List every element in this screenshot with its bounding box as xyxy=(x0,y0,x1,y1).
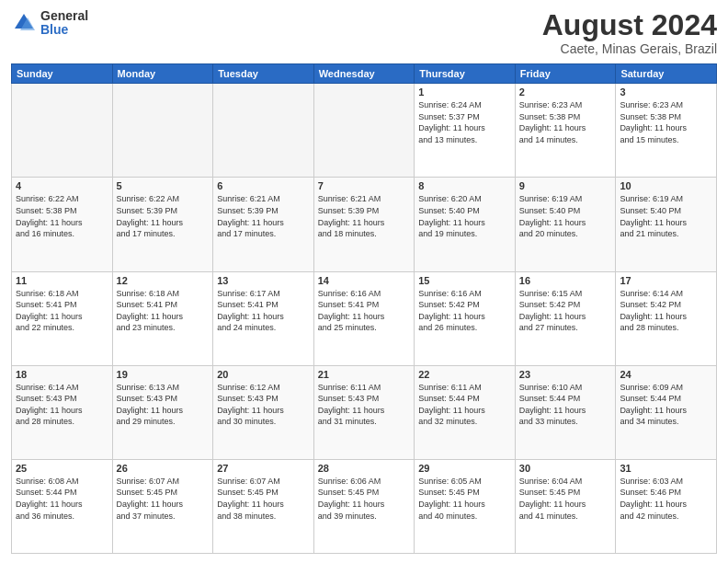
day-info: Sunrise: 6:21 AMSunset: 5:39 PMDaylight:… xyxy=(217,193,310,239)
header: General Blue August 2024 Caete, Minas Ge… xyxy=(11,9,717,56)
day-number: 11 xyxy=(16,275,108,286)
header-row: SundayMondayTuesdayWednesdayThursdayFrid… xyxy=(12,64,717,84)
calendar-cell: 30Sunrise: 6:04 AMSunset: 5:45 PMDayligh… xyxy=(515,459,616,553)
day-info: Sunrise: 6:14 AMSunset: 5:42 PMDaylight:… xyxy=(620,288,712,334)
column-header-monday: Monday xyxy=(112,64,213,84)
column-header-sunday: Sunday xyxy=(12,64,113,84)
day-number: 22 xyxy=(418,369,511,380)
calendar-cell: 8Sunrise: 6:20 AMSunset: 5:40 PMDaylight… xyxy=(415,178,516,271)
calendar-cell: 5Sunrise: 6:22 AMSunset: 5:39 PMDaylight… xyxy=(112,178,213,271)
calendar-cell xyxy=(213,84,314,178)
calendar-cell: 31Sunrise: 6:03 AMSunset: 5:46 PMDayligh… xyxy=(616,459,717,553)
title-block: August 2024 Caete, Minas Gerais, Brazil xyxy=(542,9,717,56)
day-number: 13 xyxy=(217,275,310,286)
day-number: 15 xyxy=(418,275,511,286)
day-info: Sunrise: 6:16 AMSunset: 5:42 PMDaylight:… xyxy=(418,288,511,334)
day-number: 6 xyxy=(217,180,310,191)
calendar-cell: 13Sunrise: 6:17 AMSunset: 5:41 PMDayligh… xyxy=(213,271,314,365)
calendar-cell: 10Sunrise: 6:19 AMSunset: 5:40 PMDayligh… xyxy=(616,178,717,271)
week-row-2: 4Sunrise: 6:22 AMSunset: 5:38 PMDaylight… xyxy=(12,178,717,271)
column-header-saturday: Saturday xyxy=(616,64,717,84)
day-info: Sunrise: 6:14 AMSunset: 5:43 PMDaylight:… xyxy=(16,382,108,428)
day-number: 17 xyxy=(620,275,712,286)
calendar-body: 1Sunrise: 6:24 AMSunset: 5:37 PMDaylight… xyxy=(12,84,717,554)
column-header-wednesday: Wednesday xyxy=(313,64,415,84)
week-row-5: 25Sunrise: 6:08 AMSunset: 5:44 PMDayligh… xyxy=(12,459,717,553)
day-number: 9 xyxy=(519,180,612,191)
page-subtitle: Caete, Minas Gerais, Brazil xyxy=(542,41,717,56)
day-info: Sunrise: 6:11 AMSunset: 5:44 PMDaylight:… xyxy=(418,382,511,428)
day-number: 31 xyxy=(620,463,712,474)
day-number: 23 xyxy=(519,369,612,380)
day-info: Sunrise: 6:17 AMSunset: 5:41 PMDaylight:… xyxy=(217,288,310,334)
day-number: 20 xyxy=(217,369,310,380)
calendar-cell: 17Sunrise: 6:14 AMSunset: 5:42 PMDayligh… xyxy=(616,271,717,365)
day-info: Sunrise: 6:23 AMSunset: 5:38 PMDaylight:… xyxy=(519,99,612,145)
day-number: 4 xyxy=(16,180,108,191)
calendar-cell: 22Sunrise: 6:11 AMSunset: 5:44 PMDayligh… xyxy=(415,365,516,459)
day-number: 19 xyxy=(117,369,210,380)
logo-general-text: General xyxy=(40,9,88,23)
logo-text: General Blue xyxy=(40,9,88,38)
day-info: Sunrise: 6:16 AMSunset: 5:41 PMDaylight:… xyxy=(318,288,411,334)
day-number: 29 xyxy=(418,463,511,474)
day-info: Sunrise: 6:19 AMSunset: 5:40 PMDaylight:… xyxy=(620,193,712,239)
calendar-cell: 26Sunrise: 6:07 AMSunset: 5:45 PMDayligh… xyxy=(112,459,213,553)
day-number: 1 xyxy=(418,86,511,98)
day-info: Sunrise: 6:08 AMSunset: 5:44 PMDaylight:… xyxy=(16,476,108,522)
page-title: August 2024 xyxy=(542,9,717,41)
logo-blue-text: Blue xyxy=(40,23,88,37)
day-number: 7 xyxy=(318,180,411,191)
day-number: 25 xyxy=(16,463,108,474)
calendar-cell: 21Sunrise: 6:11 AMSunset: 5:43 PMDayligh… xyxy=(313,365,415,459)
day-info: Sunrise: 6:06 AMSunset: 5:45 PMDaylight:… xyxy=(318,476,411,522)
calendar-cell: 14Sunrise: 6:16 AMSunset: 5:41 PMDayligh… xyxy=(313,271,415,365)
calendar-cell: 7Sunrise: 6:21 AMSunset: 5:39 PMDaylight… xyxy=(313,178,415,271)
day-info: Sunrise: 6:13 AMSunset: 5:43 PMDaylight:… xyxy=(117,382,210,428)
day-number: 24 xyxy=(620,369,712,380)
calendar-cell: 24Sunrise: 6:09 AMSunset: 5:44 PMDayligh… xyxy=(616,365,717,459)
column-header-friday: Friday xyxy=(515,64,616,84)
calendar-cell: 4Sunrise: 6:22 AMSunset: 5:38 PMDaylight… xyxy=(12,178,113,271)
calendar-cell: 15Sunrise: 6:16 AMSunset: 5:42 PMDayligh… xyxy=(415,271,516,365)
calendar-header: SundayMondayTuesdayWednesdayThursdayFrid… xyxy=(12,64,717,84)
day-info: Sunrise: 6:20 AMSunset: 5:40 PMDaylight:… xyxy=(418,193,511,239)
day-number: 3 xyxy=(620,86,712,98)
day-number: 5 xyxy=(117,180,210,191)
day-number: 16 xyxy=(519,275,612,286)
day-number: 30 xyxy=(519,463,612,474)
day-info: Sunrise: 6:09 AMSunset: 5:44 PMDaylight:… xyxy=(620,382,712,428)
calendar-cell xyxy=(12,84,113,178)
day-info: Sunrise: 6:21 AMSunset: 5:39 PMDaylight:… xyxy=(318,193,411,239)
day-number: 8 xyxy=(418,180,511,191)
day-number: 27 xyxy=(217,463,310,474)
day-info: Sunrise: 6:18 AMSunset: 5:41 PMDaylight:… xyxy=(117,288,210,334)
calendar-cell: 28Sunrise: 6:06 AMSunset: 5:45 PMDayligh… xyxy=(313,459,415,553)
calendar-cell: 11Sunrise: 6:18 AMSunset: 5:41 PMDayligh… xyxy=(12,271,113,365)
week-row-1: 1Sunrise: 6:24 AMSunset: 5:37 PMDaylight… xyxy=(12,84,717,178)
day-info: Sunrise: 6:12 AMSunset: 5:43 PMDaylight:… xyxy=(217,382,310,428)
calendar-cell: 9Sunrise: 6:19 AMSunset: 5:40 PMDaylight… xyxy=(515,178,616,271)
day-info: Sunrise: 6:22 AMSunset: 5:39 PMDaylight:… xyxy=(117,193,210,239)
day-info: Sunrise: 6:11 AMSunset: 5:43 PMDaylight:… xyxy=(318,382,411,428)
day-number: 18 xyxy=(16,369,108,380)
day-info: Sunrise: 6:07 AMSunset: 5:45 PMDaylight:… xyxy=(217,476,310,522)
week-row-4: 18Sunrise: 6:14 AMSunset: 5:43 PMDayligh… xyxy=(12,365,717,459)
day-number: 10 xyxy=(620,180,712,191)
calendar-cell: 16Sunrise: 6:15 AMSunset: 5:42 PMDayligh… xyxy=(515,271,616,365)
calendar-cell: 12Sunrise: 6:18 AMSunset: 5:41 PMDayligh… xyxy=(112,271,213,365)
day-info: Sunrise: 6:10 AMSunset: 5:44 PMDaylight:… xyxy=(519,382,612,428)
day-info: Sunrise: 6:23 AMSunset: 5:38 PMDaylight:… xyxy=(620,99,712,145)
calendar-cell: 23Sunrise: 6:10 AMSunset: 5:44 PMDayligh… xyxy=(515,365,616,459)
day-number: 12 xyxy=(117,275,210,286)
day-number: 21 xyxy=(318,369,411,380)
calendar-cell: 6Sunrise: 6:21 AMSunset: 5:39 PMDaylight… xyxy=(213,178,314,271)
week-row-3: 11Sunrise: 6:18 AMSunset: 5:41 PMDayligh… xyxy=(12,271,717,365)
day-number: 26 xyxy=(117,463,210,474)
day-info: Sunrise: 6:22 AMSunset: 5:38 PMDaylight:… xyxy=(16,193,108,239)
day-info: Sunrise: 6:15 AMSunset: 5:42 PMDaylight:… xyxy=(519,288,612,334)
day-info: Sunrise: 6:04 AMSunset: 5:45 PMDaylight:… xyxy=(519,476,612,522)
day-info: Sunrise: 6:18 AMSunset: 5:41 PMDaylight:… xyxy=(16,288,108,334)
calendar-cell: 29Sunrise: 6:05 AMSunset: 5:45 PMDayligh… xyxy=(415,459,516,553)
day-info: Sunrise: 6:07 AMSunset: 5:45 PMDaylight:… xyxy=(117,476,210,522)
